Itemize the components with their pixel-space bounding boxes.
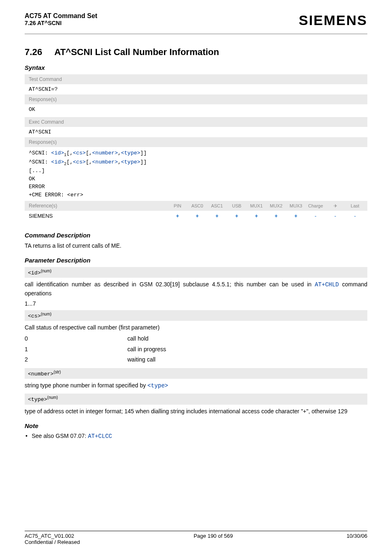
param-number-text: string type phone number in format speci… [25,381,367,390]
cs-row: 0 call hold [25,334,367,344]
cs-row: 1 call in progress [25,344,367,355]
val-last: - [347,213,363,219]
val-mux1: + [248,213,265,219]
param-id-text: call identification number as described … [25,280,367,298]
cs-table: 0 call hold 1 call in progress 2 waiting… [25,334,367,365]
col-mux1: MUX1 [248,203,265,209]
references-vendor: SIEMENS [29,213,53,219]
val-asc1: + [209,213,225,219]
col-mux3: MUX3 [288,203,304,209]
references-header: Reference(s) PIN ASC0 ASC1 USB MUX1 MUX2… [25,201,367,211]
syntax-heading: Syntax [25,64,367,71]
cs-row: 2 waiting call [25,355,367,365]
scni-line-1: ^SCNI: <id>1[,<cs>[,<number>,<type>]] [29,149,363,158]
command-description-heading: Command Description [25,232,367,239]
response-body: ^SCNI: <id>1[,<cs>[,<number>,<type>]] ^S… [25,147,367,201]
note-heading: Note [25,422,367,429]
param-number-box: <number>(str) [25,368,367,379]
footer-left: AC75_ATC_V01.002 Confidential / Released [25,533,80,545]
col-mux2: MUX2 [268,203,284,209]
val-usb: + [228,213,245,219]
command-description-text: TA returns a list of current calls of ME… [25,242,367,250]
scni-line-2: ^SCNI: <id>2[,<cs>[,<number>,<type>]] [29,158,363,167]
param-type-text: type of address octet in integer format;… [25,407,367,416]
exec-command-label: Exec Command [25,117,367,127]
val-charge: - [307,213,324,219]
scni-cme-error: +CME ERROR: <err> [29,191,363,199]
link-at-chld[interactable]: AT+CHLD [315,281,339,288]
val-pin: + [169,213,186,219]
param-cs-intro: Call status of respective call number (f… [25,323,367,332]
bullet-icon: • [25,433,28,440]
references-values: + + + + + + + - - - [169,213,363,219]
page-footer: AC75_ATC_V01.002 Confidential / Released… [25,531,367,545]
param-id-range: 1...7 [25,300,367,307]
scni-error: ERROR [29,183,363,191]
link-at-clcc[interactable]: AT+CLCC [88,433,112,440]
val-mux3: + [288,213,304,219]
syntax-block: Test Command AT^SCNI=? Response(s) OK Ex… [25,74,367,221]
references-body: SIEMENS + + + + + + + - - - [25,211,367,221]
siemens-logo: SIEMENS [299,12,367,28]
col-asc0: ASC0 [189,203,205,209]
exec-command: AT^SCNI [25,127,367,137]
header-left: AC75 AT Command Set 7.26 AT^SCNI [25,12,97,26]
scni-ok: OK [29,175,363,183]
col-asc1: ASC1 [209,203,225,209]
col-last: Last [347,203,363,209]
doc-title: AC75 AT Command Set [25,12,97,20]
footer-right: 10/30/06 [346,533,367,545]
test-command-label: Test Command [25,74,367,84]
response-ok: OK [25,104,367,115]
col-pin: PIN [169,203,186,209]
val-asc0: + [189,213,205,219]
param-cs-box: <cs>(num) [25,310,367,321]
responses-label: Response(s) [25,94,367,104]
val-airplane: - [327,213,344,219]
col-airplane-icon: ✈ [327,203,344,209]
val-mux2: + [268,213,284,219]
section-title: AT^SCNI List Call Number Information [54,47,219,57]
scni-ellipsis: [...] [29,167,363,175]
doc-subtitle: 7.26 AT^SCNI [25,20,97,26]
col-charge: Charge [307,203,324,209]
responses-label-2: Response(s) [25,137,367,147]
link-type[interactable]: <type> [148,382,168,389]
page-header: AC75 AT Command Set 7.26 AT^SCNI SIEMENS [25,12,367,35]
col-usb: USB [228,203,245,209]
section-heading: 7.26 AT^SCNI List Call Number Informatio… [25,47,367,58]
param-type-box: <type>(num) [25,394,367,404]
test-command: AT^SCNI=? [25,84,367,94]
footer-center: Page 190 of 569 [194,533,233,545]
section-number: 7.26 [25,47,42,58]
param-id-box: <id>(num) [25,267,367,278]
references-label: Reference(s) [29,203,57,209]
references-columns: PIN ASC0 ASC1 USB MUX1 MUX2 MUX3 Charge … [169,203,363,209]
note-bullet: • See also GSM 07.07: AT+CLCC [25,433,367,440]
parameter-description-heading: Parameter Description [25,257,367,264]
